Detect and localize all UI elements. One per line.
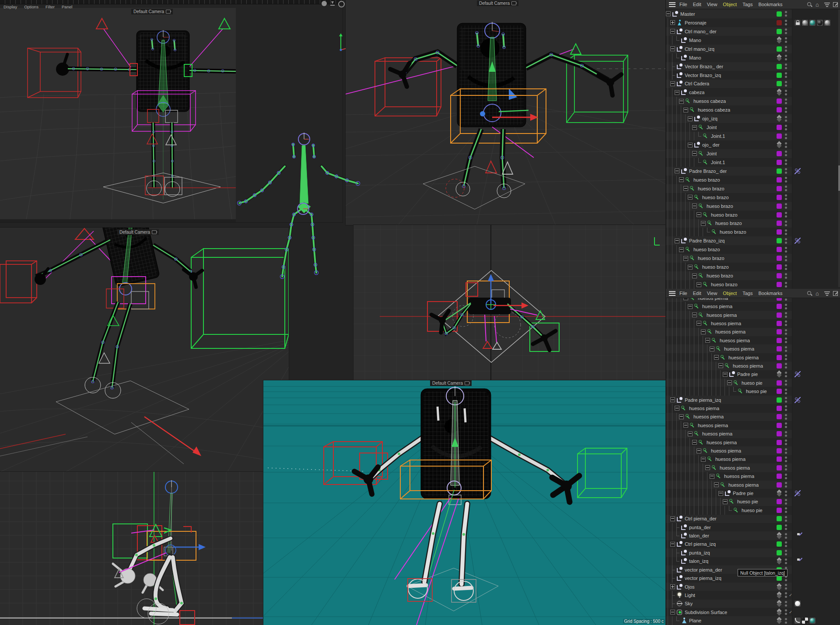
visibility-dots[interactable] <box>785 212 788 218</box>
visibility-dots[interactable] <box>785 448 788 454</box>
om-row-huesos-pierna[interactable]: huesos pierna <box>666 302 792 310</box>
om-row-huesos-pierna[interactable]: huesos pierna <box>666 472 792 481</box>
layers-color-chip[interactable] <box>777 558 782 564</box>
om-row-ojo-der[interactable]: ojo_ der <box>666 140 792 149</box>
side-scene[interactable] <box>0 472 263 625</box>
visibility-dots[interactable] <box>785 491 788 496</box>
filter-icon[interactable] <box>824 2 830 7</box>
visibility-dots[interactable] <box>785 304 788 309</box>
om-row-vector-brazo-izq[interactable]: Vector Brazo_izq <box>666 71 792 80</box>
collapse-icon[interactable] <box>670 516 675 521</box>
visibility-dots[interactable] <box>785 186 788 191</box>
green-color-chip[interactable] <box>777 550 782 555</box>
purple-color-chip[interactable] <box>777 151 782 156</box>
om-row-huesos-cabeza[interactable]: huesos cabeza <box>666 105 792 114</box>
collapse-icon[interactable] <box>683 256 688 261</box>
scrollbar-thumb[interactable] <box>838 165 840 191</box>
om-row-hueso-pie[interactable]: hueso pie <box>666 506 792 514</box>
visibility-dots[interactable] <box>785 363 788 369</box>
scrollbar[interactable] <box>838 10 840 287</box>
om-row-hueso-brazo[interactable]: hueso brazo <box>666 211 792 219</box>
om-row-hueso-brazo[interactable]: hueso brazo <box>666 280 792 289</box>
visibility-dots[interactable] <box>785 320 788 326</box>
collapse-icon[interactable] <box>701 330 706 334</box>
pin-tag-icon[interactable] <box>794 533 801 539</box>
visibility-dots[interactable] <box>785 516 788 522</box>
purple-color-chip[interactable] <box>777 229 782 235</box>
visibility-dots[interactable] <box>785 116 788 122</box>
collapse-icon[interactable] <box>696 282 701 287</box>
darkred-color-chip[interactable] <box>777 20 782 25</box>
green-color-chip[interactable] <box>777 64 782 69</box>
character-render[interactable] <box>324 386 627 625</box>
viewport-persp[interactable]: Default Camera <box>346 0 665 225</box>
purple-color-chip[interactable] <box>777 133 782 139</box>
collapse-icon[interactable] <box>692 312 697 317</box>
purple-color-chip[interactable] <box>777 474 782 479</box>
popout-icon[interactable] <box>833 2 838 7</box>
green-color-chip[interactable] <box>777 73 782 78</box>
om-row-ojos[interactable]: Ojos <box>666 583 792 591</box>
om-row-talon-izq[interactable]: talon_izq <box>666 557 792 565</box>
purple-color-chip[interactable] <box>777 338 782 343</box>
visibility-dots[interactable] <box>785 405 788 411</box>
character-top[interactable] <box>427 237 660 362</box>
collapse-icon[interactable] <box>718 491 723 496</box>
om-row-ctrl-mano-izq[interactable]: Ctrl mano_izq <box>666 45 792 53</box>
visibility-dots[interactable] <box>785 11 788 17</box>
om-row-huesos-pierna[interactable]: huesos pierna <box>666 336 792 344</box>
purple-color-chip[interactable] <box>777 440 782 445</box>
om-row-light[interactable]: Light✓ <box>666 591 792 599</box>
expand-icon[interactable] <box>670 20 675 25</box>
om-menu-edit[interactable]: Edit <box>693 291 701 296</box>
om-row-hueso-brazo[interactable]: hueso brazo <box>666 219 792 228</box>
om-row-mano[interactable]: Mano <box>666 36 792 45</box>
purple-color-chip[interactable] <box>777 431 782 436</box>
om-row-sky[interactable]: Sky <box>666 600 792 608</box>
visibility-dots[interactable] <box>785 282 788 288</box>
collapse-icon[interactable] <box>679 247 684 252</box>
om-row-hueso-pie[interactable]: hueso pie <box>666 379 792 387</box>
collapse-icon[interactable] <box>670 46 675 51</box>
om-row-huesos-pierna[interactable]: huesos pierna <box>666 421 792 429</box>
viewport-top[interactable] <box>354 225 665 380</box>
mat-grey-tag-icon[interactable] <box>802 20 808 26</box>
visibility-dots[interactable] <box>785 329 788 335</box>
ctrl-cube-hand-right[interactable] <box>578 448 627 498</box>
om-menu-object[interactable]: Object <box>723 2 737 7</box>
viewport-menu-filter[interactable]: Filter <box>46 4 55 9</box>
front-scene[interactable] <box>0 8 236 219</box>
layers-color-chip[interactable] <box>777 142 782 147</box>
viewport-side[interactable] <box>0 472 263 625</box>
collapse-icon[interactable] <box>670 610 675 614</box>
visibility-dots[interactable] <box>785 203 788 209</box>
purple-color-chip[interactable] <box>777 312 782 318</box>
visibility-dots[interactable] <box>785 55 788 60</box>
purple-color-chip[interactable] <box>777 212 782 218</box>
om-menu-view[interactable]: View <box>707 2 718 7</box>
home-icon[interactable]: ⌂ <box>816 2 821 7</box>
visibility-dots[interactable] <box>785 28 788 34</box>
camera-label[interactable]: Default Camera <box>477 0 518 6</box>
collapse-icon[interactable] <box>723 499 728 504</box>
om-row-joint[interactable]: Joint <box>666 149 792 158</box>
visibility-dots[interactable] <box>785 524 788 530</box>
purple-color-chip[interactable] <box>777 98 782 104</box>
collapse-icon[interactable] <box>701 221 706 226</box>
visibility-dots[interactable] <box>785 142 788 148</box>
phong-tag-icon[interactable] <box>794 618 801 624</box>
purple-color-chip[interactable] <box>777 256 782 261</box>
collapse-icon[interactable] <box>688 195 693 200</box>
visibility-dots[interactable] <box>785 46 788 52</box>
render-scene[interactable] <box>263 380 665 625</box>
visibility-dots[interactable] <box>785 431 788 437</box>
visibility-dots[interactable] <box>785 90 788 95</box>
om-row-hueso-brazo[interactable]: hueso brazo <box>666 254 792 263</box>
visibility-dots[interactable] <box>785 414 788 420</box>
purple-color-chip[interactable] <box>777 414 782 419</box>
visibility-dots[interactable] <box>785 159 788 165</box>
collapse-icon[interactable] <box>683 186 688 191</box>
viewport-front[interactable]: Default Camera <box>0 8 236 219</box>
seated-scene[interactable] <box>0 228 289 472</box>
purple-color-chip[interactable] <box>777 363 782 369</box>
